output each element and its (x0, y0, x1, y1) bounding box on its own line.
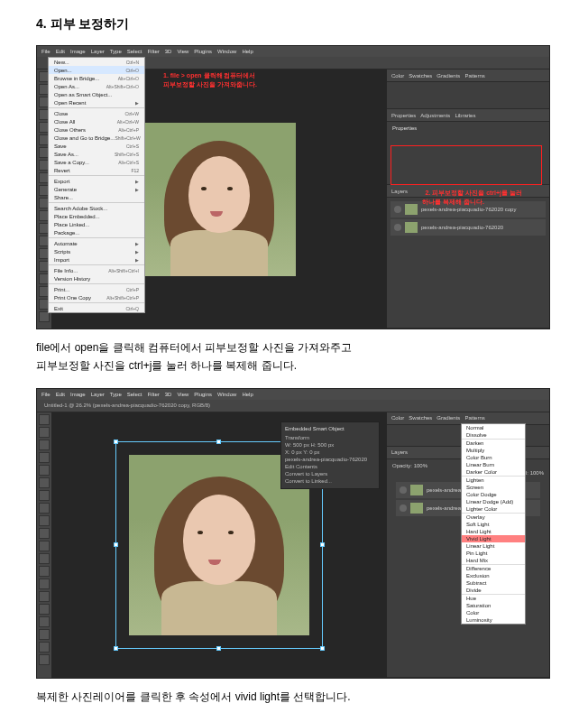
menu-select[interactable]: Select (127, 392, 142, 397)
blend-mode-option[interactable]: Overlay (462, 514, 525, 521)
blend-mode-option[interactable]: Luminosity (462, 616, 525, 624)
menu-help[interactable]: Help (242, 49, 253, 54)
doc-title-tab[interactable]: Untitled-1 @ 26.2% (pexels-andrea-piacqu… (44, 403, 210, 408)
file-menu-item[interactable]: New...Ctrl+N (49, 58, 144, 66)
file-menu-item[interactable]: Package... (49, 228, 144, 236)
blend-mode-option[interactable]: Linear Dodge (Add) (462, 498, 525, 505)
file-menu-item[interactable]: Close and Go to Bridge...Shift+Ctrl+W (49, 134, 144, 142)
menu-edit[interactable]: Edit (56, 392, 65, 397)
file-menu-item[interactable]: Close OthersAlt+Ctrl+P (49, 125, 144, 134)
panel-tab-swatches[interactable]: Swatches (409, 73, 432, 79)
layer-name[interactable]: pexels-andrea-piacquadio-762020 (421, 225, 503, 230)
file-menu-item[interactable]: SaveCtrl+S (49, 142, 144, 150)
menu-window[interactable]: Window (217, 49, 236, 54)
blend-mode-option[interactable]: Normal (462, 424, 525, 431)
file-menu-item[interactable]: File Info...Alt+Shift+Ctrl+I (49, 266, 144, 274)
tool-button[interactable] (39, 414, 50, 425)
tool-button[interactable] (39, 604, 50, 615)
blend-mode-option[interactable]: Darker Color (462, 468, 525, 476)
menu-3d[interactable]: 3D (165, 49, 172, 54)
file-menu-item[interactable]: Close AllAlt+Ctrl+W (49, 117, 144, 125)
file-menu-item[interactable]: Import▶ (49, 255, 144, 264)
panel-tab-libraries[interactable]: Libraries (455, 113, 475, 118)
visibility-eye-icon[interactable] (400, 486, 407, 494)
visibility-eye-icon[interactable] (394, 206, 401, 213)
file-menu-item[interactable]: Print One CopyAlt+Shift+Ctrl+P (49, 293, 144, 301)
blend-mode-option[interactable]: Screen (462, 484, 525, 491)
blend-mode-option[interactable]: Saturation (462, 602, 525, 609)
menu-image[interactable]: Image (70, 49, 86, 54)
panel-tab-color[interactable]: Color (391, 415, 404, 421)
layer-name[interactable]: pexels-andrea-piacquadio-762020 copy (421, 207, 516, 212)
blend-mode-option[interactable]: Soft Light (462, 521, 525, 528)
file-menu-item[interactable]: Place Embedded... (49, 212, 144, 220)
panel-tab-swatches[interactable]: Swatches (409, 415, 432, 421)
file-menu-item[interactable]: Scripts▶ (49, 247, 144, 255)
file-menu-item[interactable]: CloseCtrl+W (49, 109, 144, 117)
menu-window[interactable]: Window (217, 392, 236, 397)
opacity-label[interactable]: Opacity: 100% (392, 463, 427, 468)
blend-mode-option[interactable]: Linear Light (462, 542, 525, 550)
file-menu-item[interactable]: Print...Ctrl+P (49, 285, 144, 293)
file-menu-item[interactable]: Save a Copy...Alt+Ctrl+S (49, 158, 144, 166)
layers-tab[interactable]: Layers (391, 189, 408, 194)
blend-mode-option[interactable]: Multiply (462, 447, 525, 454)
tool-button[interactable] (39, 616, 50, 627)
file-menu-item[interactable]: Open...Ctrl+O (49, 66, 144, 74)
tool-button[interactable] (39, 452, 50, 463)
tool-button[interactable] (39, 642, 50, 653)
blend-mode-option[interactable]: Exclusion (462, 572, 525, 579)
file-menu-item[interactable]: Open as Smart Object... (49, 90, 144, 98)
file-menu-item[interactable]: Browse in Bridge...Alt+Ctrl+O (49, 74, 144, 82)
menu-layer[interactable]: Layer (91, 392, 105, 397)
menu-image[interactable]: Image (70, 392, 86, 397)
layers-tab[interactable]: Layers (391, 449, 408, 455)
blend-mode-option[interactable]: Linear Burn (462, 461, 525, 468)
blend-mode-option[interactable]: Dissolve (462, 431, 525, 439)
file-menu-item[interactable]: Export▶ (49, 177, 144, 185)
panel-tab-gradients[interactable]: Gradients (436, 415, 460, 421)
blend-mode-option[interactable]: Hard Mix (462, 557, 525, 564)
file-menu-item[interactable]: Automate▶ (49, 239, 144, 247)
blend-mode-option[interactable]: Color Burn (462, 454, 525, 461)
blend-mode-option[interactable]: Color Dodge (462, 491, 525, 498)
tool-button[interactable] (39, 465, 50, 476)
file-menu-dropdown[interactable]: New...Ctrl+NOpen...Ctrl+OBrowse in Bridg… (48, 57, 145, 313)
panel-tab-color[interactable]: Color (391, 73, 404, 79)
menu-type[interactable]: Type (110, 49, 122, 54)
file-menu-item[interactable]: Place Linked... (49, 220, 144, 228)
file-menu-item[interactable]: Version History (49, 274, 144, 282)
tool-button[interactable] (39, 541, 50, 551)
visibility-eye-icon[interactable] (394, 224, 401, 231)
panel-tab-patterns[interactable]: Patterns (464, 415, 484, 421)
panel-tab-patterns[interactable]: Patterns (464, 73, 484, 79)
tool-button[interactable] (39, 528, 50, 539)
layer-row[interactable]: pexels-andrea-piacquadio-762020 (390, 219, 546, 236)
menu-plugins[interactable]: Plugins (194, 392, 212, 397)
menu-help[interactable]: Help (242, 392, 253, 397)
blend-mode-option[interactable]: Pin Light (462, 550, 525, 557)
tool-button[interactable] (39, 654, 50, 665)
tool-button[interactable] (39, 440, 50, 450)
blend-mode-option[interactable]: Subtract (462, 579, 525, 587)
blend-mode-option[interactable]: Lighten (462, 477, 525, 484)
tool-button[interactable] (39, 591, 50, 602)
menu-filter[interactable]: Filter (147, 392, 159, 397)
blend-mode-option[interactable]: Hard Light (462, 528, 525, 535)
tool-button[interactable] (39, 566, 50, 577)
tool-button[interactable] (39, 503, 50, 514)
blend-mode-dropdown[interactable]: NormalDissolveDarkenMultiplyColor BurnLi… (461, 423, 526, 625)
menu-3d[interactable]: 3D (165, 392, 172, 397)
file-menu-item[interactable]: Save As...Shift+Ctrl+S (49, 150, 144, 158)
blend-mode-option[interactable]: Lighter Color (462, 505, 525, 513)
tool-button[interactable] (39, 477, 50, 488)
file-menu-item[interactable]: Search Adobe Stock... (49, 204, 144, 212)
menu-view[interactable]: View (177, 392, 188, 397)
menu-view[interactable]: View (177, 49, 188, 54)
menu-layer[interactable]: Layer (91, 49, 105, 54)
menu-plugins[interactable]: Plugins (194, 49, 212, 54)
menu-file[interactable]: File (41, 392, 51, 397)
file-menu-item[interactable]: RevertF12 (49, 166, 144, 174)
blend-mode-option[interactable]: Hue (462, 595, 525, 602)
panel-tab-adjustments[interactable]: Adjustments (420, 113, 450, 118)
